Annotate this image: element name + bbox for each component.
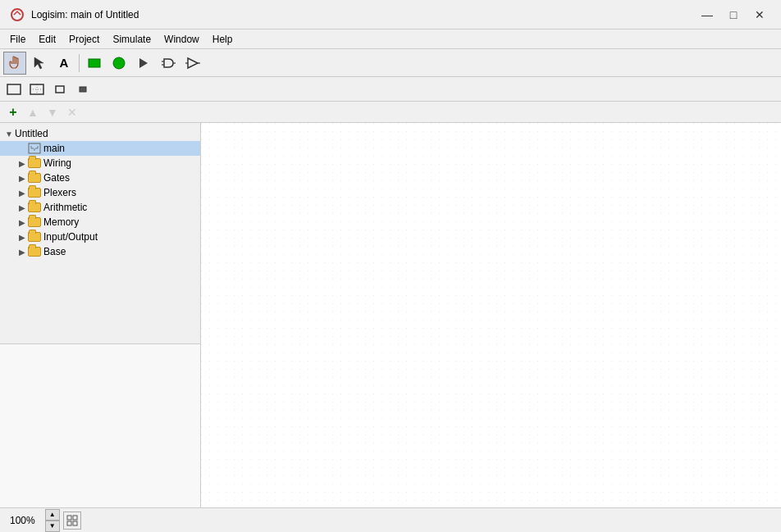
tree-label-untitled: Untitled	[15, 128, 48, 139]
svg-rect-15	[80, 87, 86, 92]
grid-icon	[66, 515, 78, 526]
gate-d-button[interactable]	[157, 52, 180, 75]
svg-rect-14	[56, 86, 64, 93]
title-bar: Logisim: main of Untitled — □ ✕	[0, 0, 781, 30]
tree-label-plexers: Plexers	[43, 187, 76, 198]
title-bar-controls: — □ ✕	[696, 6, 771, 24]
title-bar-left: Logisim: main of Untitled	[10, 7, 139, 22]
tree-label-base: Base	[43, 246, 66, 257]
tree-label-memory: Memory	[43, 216, 79, 228]
tree-item-input-output[interactable]: ▶ Input/Output	[0, 230, 200, 244]
expand-icon-arithmetic: ▶	[16, 202, 28, 213]
tree-item-memory[interactable]: ▶ Memory	[0, 215, 200, 230]
expand-icon-untitled: ▼	[3, 128, 15, 139]
svg-rect-22	[67, 521, 71, 525]
tree-label-main: main	[43, 143, 65, 154]
rect-outline-button[interactable]	[3, 80, 25, 99]
circuit-schematic-icon	[28, 143, 41, 154]
action-bar: + ▲ ▼ ✕	[0, 102, 781, 123]
toolbar-separator-1	[79, 54, 80, 72]
menu-window[interactable]: Window	[158, 32, 206, 47]
svg-marker-7	[188, 58, 198, 68]
expand-icon-base: ▶	[16, 246, 28, 257]
expand-icon-memory: ▶	[16, 216, 28, 228]
gate-tri-icon	[185, 56, 200, 70]
svg-point-2	[113, 57, 125, 69]
grid-toggle-button[interactable]	[63, 512, 81, 530]
minimize-button[interactable]: —	[696, 6, 719, 24]
tree-item-gates[interactable]: ▶ Gates	[0, 171, 200, 185]
play-button[interactable]	[132, 52, 155, 75]
green-circle-icon	[112, 56, 126, 70]
select-tool-button[interactable]	[28, 52, 51, 75]
tiny-rect-button[interactable]	[72, 80, 94, 99]
gate-d-icon	[161, 56, 176, 70]
hand-tool-button[interactable]	[3, 52, 26, 75]
sidebar: ▼ Untitled main ▶ Wiring ▶	[0, 123, 201, 507]
tiny-rect-filled-icon	[75, 81, 91, 98]
folder-icon-plexers	[28, 188, 41, 198]
tree-item-base[interactable]: ▶ Base	[0, 244, 200, 259]
secondary-toolbar	[0, 77, 781, 102]
zoom-level: 100%	[3, 515, 42, 526]
svg-rect-1	[89, 59, 100, 67]
gate-tri-button[interactable]	[181, 52, 204, 75]
component-tree: ▼ Untitled main ▶ Wiring ▶	[0, 123, 200, 343]
tree-label-gates: Gates	[43, 172, 70, 184]
tree-label-input-output: Input/Output	[43, 231, 98, 243]
folder-icon-arithmetic	[28, 202, 41, 212]
main-content: ▼ Untitled main ▶ Wiring ▶	[0, 123, 781, 507]
close-button[interactable]: ✕	[748, 6, 771, 24]
expand-icon-gates: ▶	[16, 172, 28, 184]
small-rect-button[interactable]	[49, 80, 71, 99]
tree-item-untitled[interactable]: ▼ Untitled	[0, 126, 200, 141]
play-icon	[136, 56, 151, 70]
move-down-button[interactable]: ▼	[44, 104, 61, 120]
expand-icon-plexers: ▶	[16, 187, 28, 198]
status-bar: 100% ▲ ▼	[0, 507, 781, 532]
menu-simulate[interactable]: Simulate	[106, 32, 158, 47]
tree-label-wiring: Wiring	[43, 157, 71, 169]
folder-icon-memory	[28, 217, 41, 227]
svg-rect-21	[73, 516, 77, 520]
expand-icon-wiring: ▶	[16, 157, 28, 169]
arrow-icon	[32, 56, 47, 70]
menu-file[interactable]: File	[3, 32, 32, 47]
svg-marker-3	[139, 58, 148, 68]
tree-item-plexers[interactable]: ▶ Plexers	[0, 185, 200, 200]
green-rect-icon	[87, 56, 102, 70]
tree-label-arithmetic: Arithmetic	[43, 202, 87, 213]
delete-button[interactable]: ✕	[64, 104, 80, 120]
svg-rect-23	[73, 521, 77, 525]
tree-item-wiring[interactable]: ▶ Wiring	[0, 156, 200, 171]
properties-panel	[0, 343, 200, 507]
rect-outline-icon	[6, 81, 22, 98]
text-icon: A	[60, 56, 69, 70]
move-up-button[interactable]: ▲	[25, 104, 41, 120]
svg-rect-20	[67, 516, 71, 520]
tree-item-main[interactable]: main	[0, 141, 200, 156]
green-rect-button[interactable]	[83, 52, 106, 75]
add-button[interactable]: +	[5, 104, 21, 120]
main-toolbar: A	[0, 49, 781, 77]
folder-icon-input-output	[28, 232, 41, 242]
menu-help[interactable]: Help	[206, 32, 240, 47]
folder-icon-wiring	[28, 158, 41, 168]
green-circle-button[interactable]	[107, 52, 130, 75]
canvas-area[interactable]	[201, 123, 781, 507]
svg-rect-10	[7, 84, 21, 94]
text-tool-button[interactable]: A	[53, 52, 75, 75]
scroll-down-button[interactable]: ▼	[45, 521, 60, 532]
menu-project[interactable]: Project	[62, 32, 106, 47]
expand-icon-main	[16, 143, 28, 154]
dotted-rect-button[interactable]	[26, 80, 48, 99]
folder-icon-gates	[28, 173, 41, 183]
dot-grid-canvas	[201, 123, 781, 507]
maximize-button[interactable]: □	[722, 6, 745, 24]
tree-item-arithmetic[interactable]: ▶ Arithmetic	[0, 200, 200, 215]
menu-edit[interactable]: Edit	[32, 32, 62, 47]
dotted-rect-icon	[29, 81, 45, 98]
scroll-up-button[interactable]: ▲	[45, 509, 60, 521]
app-icon	[10, 7, 25, 22]
small-rect-icon	[52, 81, 68, 98]
